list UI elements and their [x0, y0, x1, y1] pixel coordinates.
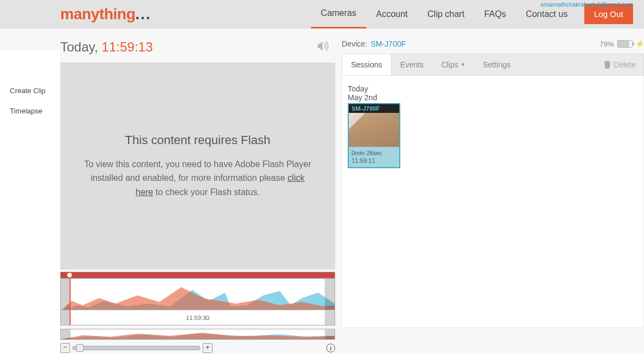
tab-clips-label: Clips [441, 60, 458, 69]
timeline-ruler: 11:59:30 [60, 310, 335, 326]
plug-icon: ⚡ [636, 40, 644, 48]
delete-button[interactable]: Delete [596, 60, 643, 69]
video-player: This content requires Flash To view this… [60, 62, 335, 270]
device-row: Device: SM-J700F 79% ⚡ [342, 39, 644, 54]
chevron-down-icon: ▼ [461, 62, 465, 67]
flash-text-part2: to check your Flash status. [153, 187, 260, 197]
timeline-tick-label: 11:59:30 [186, 315, 210, 321]
mini-mask-left [61, 329, 71, 339]
timeline-scrubber[interactable] [60, 272, 335, 278]
nav-clip-chart[interactable]: Clip chart [418, 0, 475, 28]
sidebar-timelapse[interactable]: Timelapse [4, 104, 56, 118]
session-thumbnail [349, 113, 399, 147]
center-panel: Today, 11:59:13 This content requires Fl… [60, 28, 335, 354]
logo[interactable]: manything... [60, 5, 151, 23]
flash-text-part1: To view this content, you need to have A… [84, 159, 311, 183]
video-header: Today, 11:59:13 [60, 39, 335, 62]
video-title: Today, 11:59:13 [60, 39, 153, 55]
device-name[interactable]: SM-J700F [371, 39, 406, 48]
tab-events[interactable]: Events [392, 54, 433, 75]
session-time: 11:59:11 [352, 157, 396, 164]
flash-required-title: This content requires Flash [125, 133, 270, 147]
motion-chart[interactable] [60, 278, 335, 310]
session-date-label: May 2nd [348, 93, 638, 102]
ruler-mask-right [325, 310, 335, 325]
tab-sessions[interactable]: Sessions [342, 54, 392, 75]
chart-mask-right [325, 279, 335, 310]
nav-faqs[interactable]: FAQs [474, 0, 516, 28]
session-meta: 0min 28sec 11:59:11 [349, 147, 399, 167]
playhead-line [70, 279, 71, 310]
device-label: Device: [342, 39, 367, 48]
tab-settings[interactable]: Settings [474, 54, 520, 75]
session-duration: 0min 28sec [352, 149, 396, 157]
timeline-handle[interactable] [66, 272, 73, 278]
tab-clips[interactable]: Clips ▼ [433, 54, 474, 75]
nav-cameras[interactable]: Cameras [311, 0, 366, 28]
sidebar-create-clip[interactable]: Create Clip [4, 83, 56, 98]
battery-percent: 79% [600, 40, 614, 48]
sound-icon[interactable] [317, 41, 330, 54]
content-area: Create Clip Timelapse Today, 11:59:13 Th… [0, 28, 644, 354]
flash-required-text: To view this content, you need to have A… [82, 157, 313, 199]
nav-account[interactable]: Account [366, 0, 418, 28]
video-time: 11:59:13 [102, 39, 153, 54]
logo-dots: ... [135, 5, 151, 22]
timeline: 11:59:30 − + i [60, 272, 335, 353]
logo-text: manything [60, 5, 135, 22]
zoom-slider[interactable] [72, 346, 200, 350]
session-card-title: SM-J700F [349, 104, 399, 113]
top-bar: amarnathchakraborty6@rmail.com manything… [0, 0, 644, 28]
sessions-panel: Today May 2nd SM-J700F 0min 28sec 11:59:… [342, 76, 644, 328]
right-panel: Device: SM-J700F 79% ⚡ Sessions Events C… [335, 28, 644, 354]
tabs-bar: Sessions Events Clips ▼ Settings Delete [342, 54, 644, 76]
battery-status: 79% ⚡ [600, 40, 644, 48]
video-day-label: Today, [60, 39, 102, 54]
zoom-controls: − + i [60, 343, 335, 353]
battery-icon [617, 40, 633, 48]
zoom-slider-thumb[interactable] [76, 344, 84, 352]
trash-icon [604, 61, 611, 68]
left-sidebar: Create Clip Timelapse [0, 50, 60, 354]
ruler-playhead [70, 310, 71, 325]
mini-mask-right [325, 329, 335, 339]
zoom-in-button[interactable]: + [203, 343, 212, 353]
session-day-label: Today [348, 84, 638, 93]
info-icon[interactable]: i [326, 344, 335, 352]
user-email-link[interactable]: amarnathchakraborty6@rmail.com [540, 1, 633, 8]
zoom-out-button[interactable]: − [60, 343, 70, 353]
session-card[interactable]: SM-J700F 0min 28sec 11:59:11 [348, 103, 400, 168]
mini-timeline[interactable] [60, 329, 335, 340]
battery-fill [618, 41, 629, 47]
delete-label: Delete [614, 60, 636, 69]
